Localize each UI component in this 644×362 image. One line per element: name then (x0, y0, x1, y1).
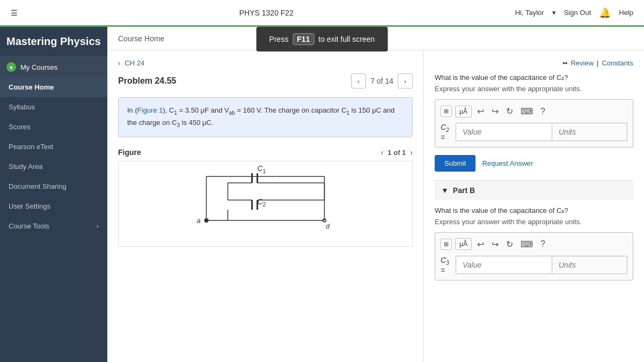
figure-link[interactable]: Figure 1 (137, 106, 163, 114)
answer-input-row-b: C3 = (441, 256, 627, 275)
my-courses-link[interactable]: ● My Courses (0, 57, 107, 77)
figure-prev-button[interactable]: ‹ (381, 148, 384, 157)
matrix-button-b[interactable]: ⊞ (441, 239, 452, 250)
constants-link[interactable]: Constants (602, 59, 633, 67)
left-panel: ‹ CH 24 Problem 24.55 ‹ 7 of 14 › In (Fi… (107, 50, 424, 362)
right-panel: ▪▪ Review | Constants What is the value … (424, 50, 644, 362)
figure-header: Figure ‹ 1 of 1 › (118, 148, 413, 157)
problem-description: In (Figure 1), C1 = 3.50 μF and Vab = 16… (118, 97, 413, 137)
part-a-value-input[interactable] (456, 123, 552, 141)
circuit-figure: C 1 C 2 (118, 161, 413, 247)
part-b-label: Part B (453, 186, 475, 195)
problem-title-row: Problem 24.55 ‹ 7 of 14 › (118, 73, 413, 88)
keyboard-button-a[interactable]: ⌨ (518, 105, 535, 117)
my-courses-icon: ● (6, 62, 16, 72)
review-link[interactable]: Review (570, 59, 594, 67)
submit-button-a[interactable]: Submit (435, 155, 475, 172)
chapter-back-link[interactable]: CH 24 (125, 59, 144, 67)
undo-button-a[interactable]: ↩ (475, 105, 486, 117)
separator: | (597, 59, 598, 67)
sidebar-item-user-settings[interactable]: User Settings (0, 196, 107, 216)
next-problem-button[interactable]: › (398, 73, 413, 88)
part-a-answer-area: ⊞ μÅ ↩ ↪ ↻ ⌨ ? C2 = (435, 99, 633, 147)
part-a-action-row: Submit Request Answer (435, 155, 633, 172)
figure-label: Figure (118, 148, 141, 157)
svg-text:d: d (326, 223, 330, 230)
tip-message: to exit full screen (318, 35, 375, 43)
figure-nav: ‹ 1 of 1 › (381, 148, 413, 157)
figure-section: Figure ‹ 1 of 1 › C 1 (118, 148, 413, 247)
sidebar-item-course-tools[interactable]: Course Tools › (0, 216, 107, 236)
part-a-subtext: Express your answer with the appropriate… (435, 85, 633, 93)
reset-button-b[interactable]: ↻ (504, 238, 515, 250)
user-greeting: Hi, Taylor (515, 9, 544, 17)
brand-logo: Mastering Physics (0, 27, 107, 57)
answer-input-row-a: C2 = (441, 123, 627, 142)
figure-next-button[interactable]: › (410, 148, 413, 157)
review-bar: ▪▪ Review | Constants (435, 59, 633, 67)
review-icon: ▪▪ (562, 59, 567, 67)
press-label: Press (269, 35, 289, 43)
fullscreen-tooltip: Press F11 to exit full screen (257, 27, 388, 51)
figure-page: 1 of 1 (387, 149, 406, 157)
breadcrumb-label: Course Home (118, 34, 164, 43)
keyboard-button-b[interactable]: ⌨ (518, 238, 535, 250)
matrix-button-a[interactable]: ⊞ (441, 106, 452, 117)
redo-button-b[interactable]: ↪ (489, 238, 501, 250)
reset-button-a[interactable]: ↻ (504, 105, 515, 117)
part-a-question: What is the value of the capacitance of … (435, 73, 633, 82)
help-button-a[interactable]: ? (538, 106, 547, 117)
part-b-toggle[interactable]: ▼ Part B (435, 180, 633, 200)
mu-button-b[interactable]: μÅ (455, 238, 472, 250)
part-b-question: What is the value of the capacitance of … (435, 206, 633, 215)
part-b-arrow-icon: ▼ (441, 186, 449, 195)
sidebar: Mastering Physics ● My Courses Course Ho… (0, 27, 107, 362)
sidebar-item-document-sharing[interactable]: Document Sharing (0, 176, 107, 196)
problem-title-text: Problem 24.55 (118, 76, 177, 86)
sidebar-item-scores[interactable]: Scores (0, 117, 107, 137)
page-indicator: 7 of 14 (370, 77, 393, 85)
sidebar-item-study-area[interactable]: Study Area (0, 157, 107, 176)
prev-problem-button[interactable]: ‹ (351, 73, 366, 88)
svg-text:1: 1 (263, 168, 266, 174)
sign-out-link[interactable]: Sign Out (564, 9, 591, 17)
my-courses-label: My Courses (20, 63, 57, 71)
part-b-answer-area: ⊞ μÅ ↩ ↪ ↻ ⌨ ? C3 = (435, 232, 633, 280)
svg-text:2: 2 (263, 202, 266, 208)
chevron-right-icon: › (97, 222, 99, 230)
svg-point-13 (204, 218, 209, 223)
course-tools-label: Course Tools (9, 222, 49, 230)
part-b-label-eq: C3 = (441, 256, 452, 275)
notification-icon[interactable]: 🔔 (599, 7, 611, 19)
hamburger-icon[interactable]: ☰ (11, 9, 18, 17)
page-title: PHYS 1320 F22 (239, 9, 294, 17)
right-nav: Hi, Taylor ▾ Sign Out 🔔 Help (515, 7, 633, 19)
svg-text:a: a (197, 217, 201, 225)
part-b-units-input[interactable] (552, 256, 627, 274)
circuit-diagram: C 1 C 2 (119, 161, 412, 242)
part-a-units-input[interactable] (552, 123, 627, 141)
topbar: ☰ PHYS 1320 F22 Hi, Taylor ▾ Sign Out 🔔 … (0, 0, 644, 27)
chevron-down-icon: ▾ (552, 9, 556, 17)
undo-button-b[interactable]: ↩ (475, 238, 486, 250)
f11-key: F11 (292, 33, 314, 45)
request-answer-link-a[interactable]: Request Answer (482, 159, 533, 167)
mu-button-a[interactable]: μÅ (455, 106, 472, 117)
part-b-subtext: Express your answer with the appropriate… (435, 218, 633, 226)
help-button-b[interactable]: ? (538, 238, 547, 250)
answer-toolbar-a: ⊞ μÅ ↩ ↪ ↻ ⌨ ? (441, 105, 627, 117)
problem-nav-controls: ‹ 7 of 14 › (351, 73, 413, 88)
problem-nav: ‹ CH 24 (118, 59, 413, 67)
part-b-value-input[interactable] (456, 256, 552, 274)
part-a-label: C2 = (441, 123, 452, 142)
sidebar-item-syllabus[interactable]: Syllabus (0, 97, 107, 117)
answer-toolbar-b: ⊞ μÅ ↩ ↪ ↻ ⌨ ? (441, 238, 627, 250)
help-link[interactable]: Help (619, 9, 633, 17)
redo-button-a[interactable]: ↪ (489, 105, 501, 117)
sidebar-item-pearson-etext[interactable]: Pearson eText (0, 137, 107, 157)
sidebar-item-course-home[interactable]: Course Home (0, 77, 107, 97)
back-arrow-icon: ‹ (118, 59, 120, 67)
